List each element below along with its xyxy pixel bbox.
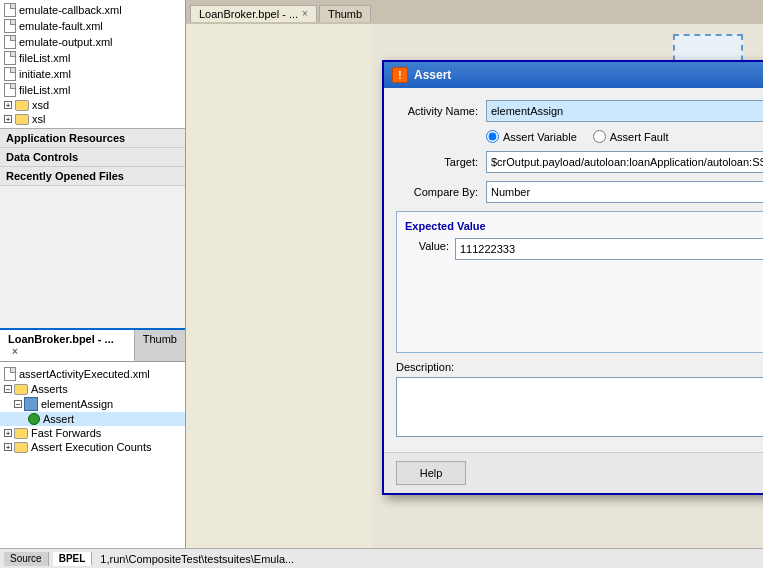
dialog-title-left: ! Assert	[392, 67, 451, 83]
tree-item-xsl[interactable]: + xsl	[0, 112, 185, 126]
tree-item-label: initiate.xml	[19, 68, 71, 80]
xml-file-icon	[4, 19, 16, 33]
xml-file-icon	[4, 3, 16, 17]
node-label: Fast Forwards	[31, 427, 101, 439]
node-label: assertActivityExecuted.xml	[19, 368, 150, 380]
compare-by-select[interactable]: Number String Boolean Integer	[486, 181, 763, 203]
status-tab-source[interactable]: Source	[4, 552, 49, 566]
node-label: Assert Execution Counts	[31, 441, 151, 453]
compare-by-row: Compare By: Number String Boolean Intege…	[396, 181, 763, 203]
tree-node-element-assign[interactable]: − elementAssign	[0, 396, 186, 412]
sidebar-section-data-controls[interactable]: Data Controls	[0, 148, 185, 167]
doc-tab-thumb[interactable]: Thumb	[319, 5, 371, 22]
expand-icon[interactable]: −	[14, 400, 22, 408]
tree-node-asserts[interactable]: − Asserts	[0, 382, 186, 396]
description-section: Description:	[396, 361, 763, 440]
node-label: Assert	[43, 413, 74, 425]
radio-assert-fault[interactable]: Assert Fault	[593, 130, 669, 143]
tree-node-assert-executed[interactable]: assertActivityExecuted.xml	[0, 366, 186, 382]
status-tab-bpel[interactable]: BPEL	[53, 552, 93, 566]
activity-name-input[interactable]	[486, 100, 763, 122]
file-icon	[4, 367, 16, 381]
expand-icon: +	[4, 115, 12, 123]
expand-icon: +	[4, 101, 12, 109]
tree-content: assertActivityExecuted.xml − Asserts − e…	[0, 362, 186, 458]
tree-item-filelist2[interactable]: fileList.xml	[0, 82, 185, 98]
radio-assert-variable-input[interactable]	[486, 130, 499, 143]
bottom-panel: LoanBroker.bpel - ... × Thumb assertActi…	[0, 328, 186, 568]
tab-label: LoanBroker.bpel - ...	[8, 333, 114, 345]
xml-file-icon	[4, 83, 16, 97]
tab-close-icon[interactable]: ×	[12, 346, 18, 357]
status-text: 1,run\CompositeTest\testsuites\Emula...	[100, 553, 294, 565]
tree-item-label: emulate-output.xml	[19, 36, 113, 48]
tab-thumb[interactable]: Thumb	[135, 330, 186, 361]
doc-tab-label: LoanBroker.bpel - ...	[199, 8, 298, 20]
tab-close-icon[interactable]: ×	[302, 8, 308, 19]
dialog-overlay: ! Assert × Activity Name:	[372, 0, 763, 568]
tree-node-assert[interactable]: Assert	[0, 412, 186, 426]
radio-assert-variable-label: Assert Variable	[503, 131, 577, 143]
expected-value-section: Expected Value Value:	[396, 211, 763, 353]
doc-tab-loanbroker[interactable]: LoanBroker.bpel - ... ×	[190, 5, 317, 22]
tree-item-label: emulate-fault.xml	[19, 20, 103, 32]
target-label: Target:	[396, 156, 486, 168]
node-label: elementAssign	[41, 398, 113, 410]
tree-item-label: fileList.xml	[19, 84, 70, 96]
expand-icon[interactable]: +	[4, 429, 12, 437]
tab-loanbroker-bpel[interactable]: LoanBroker.bpel - ... ×	[0, 330, 135, 361]
tree-item-label: emulate-callback.xml	[19, 4, 122, 16]
doc-tab-label: Thumb	[328, 8, 362, 20]
xml-file-icon	[4, 67, 16, 81]
radio-assert-variable[interactable]: Assert Variable	[486, 130, 577, 143]
assert-dialog: ! Assert × Activity Name:	[382, 60, 763, 495]
tab-bar: LoanBroker.bpel - ... × Thumb	[0, 330, 186, 362]
dialog-body: Activity Name: Assert Variable	[384, 88, 763, 452]
assert-icon	[28, 413, 40, 425]
target-input[interactable]	[486, 151, 763, 173]
xml-file-icon	[4, 51, 16, 65]
tab-label: Thumb	[143, 333, 177, 345]
tree-item-emulate-output[interactable]: emulate-output.xml	[0, 34, 185, 50]
help-button[interactable]: Help	[396, 461, 466, 485]
dialog-title-text: Assert	[414, 68, 451, 82]
compare-by-label: Compare By:	[396, 186, 486, 198]
tree-item-xsd[interactable]: + xsd	[0, 98, 185, 112]
tree-item-emulate-fault[interactable]: emulate-fault.xml	[0, 18, 185, 34]
value-row: Value:	[405, 238, 763, 260]
node-label: Asserts	[31, 383, 68, 395]
folder-icon	[15, 100, 29, 111]
activity-name-label: Activity Name:	[396, 105, 486, 117]
expected-value-title: Expected Value	[405, 220, 763, 232]
left-panel: emulate-callback.xml emulate-fault.xml e…	[0, 0, 186, 568]
value-input[interactable]	[455, 238, 763, 260]
value-label: Value:	[405, 238, 455, 252]
expand-icon[interactable]: +	[4, 443, 12, 451]
radio-assert-fault-input[interactable]	[593, 130, 606, 143]
dialog-footer: Help OK Cancel	[384, 452, 763, 493]
bpel-icon	[24, 397, 38, 411]
activity-name-row: Activity Name:	[396, 100, 763, 122]
folder-icon	[14, 384, 28, 395]
main-area: LoanBroker.bpel - ... × Thumb element...…	[186, 0, 763, 568]
tree-item-label: xsl	[32, 113, 45, 125]
sidebar-section-recently-opened[interactable]: Recently Opened Files	[0, 167, 185, 186]
tree-item-filelist[interactable]: fileList.xml	[0, 50, 185, 66]
file-tree: emulate-callback.xml emulate-fault.xml e…	[0, 0, 185, 129]
description-textarea[interactable]	[396, 377, 763, 437]
value-extra-space	[405, 264, 763, 344]
tree-node-fast-forwards[interactable]: + Fast Forwards	[0, 426, 186, 440]
dialog-titlebar: ! Assert ×	[384, 62, 763, 88]
tree-node-assert-exec-counts[interactable]: + Assert Execution Counts	[0, 440, 186, 454]
expand-icon[interactable]: −	[4, 385, 12, 393]
radio-row: Assert Variable Assert Fault	[396, 130, 763, 143]
tree-item-emulate-callback[interactable]: emulate-callback.xml	[0, 2, 185, 18]
radio-assert-fault-label: Assert Fault	[610, 131, 669, 143]
tree-item-initiate[interactable]: initiate.xml	[0, 66, 185, 82]
target-row: Target:	[396, 151, 763, 173]
tree-item-label: xsd	[32, 99, 49, 111]
sidebar-section-app-resources[interactable]: Application Resources	[0, 129, 185, 148]
description-label: Description:	[396, 361, 763, 373]
dialog-icon: !	[392, 67, 408, 83]
folder-icon	[14, 442, 28, 453]
